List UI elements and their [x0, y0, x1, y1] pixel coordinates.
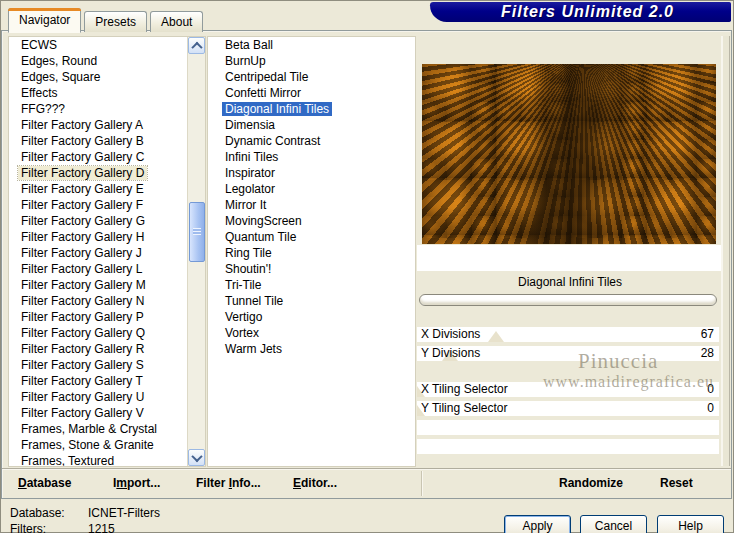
list-item[interactable]: Filter Factory Gallery F [9, 197, 205, 213]
list-item-label: Filter Factory Gallery D [18, 166, 147, 180]
status-database: Database:ICNET-Filters [10, 506, 160, 520]
list-item[interactable]: Filter Factory Gallery P [9, 309, 205, 325]
list-item[interactable]: Filter Factory Gallery Q [9, 325, 205, 341]
list-item[interactable]: Frames, Stone & Granite [9, 437, 205, 453]
list-item[interactable]: Filter Factory Gallery V [9, 405, 205, 421]
list-item[interactable]: Dimensia [208, 117, 415, 133]
list-item-label: Beta Ball [222, 38, 276, 52]
list-item[interactable]: Filter Factory Gallery A [9, 117, 205, 133]
list-item-label: Filter Factory Gallery J [18, 246, 145, 260]
list-item-label: Centripedal Tile [222, 70, 311, 84]
status-database-label: Database: [10, 506, 88, 520]
scroll-down-icon [191, 450, 202, 461]
list-item[interactable]: Beta Ball [208, 37, 415, 53]
list-item-label: Vortex [222, 326, 262, 340]
apply-button[interactable]: Apply [504, 515, 571, 533]
help-button[interactable]: Help [657, 515, 724, 533]
list-item[interactable]: Effects [9, 85, 205, 101]
cancel-button[interactable]: Cancel [580, 515, 647, 533]
list-item[interactable]: Filter Factory Gallery T [9, 373, 205, 389]
list-item-label: Edges, Round [18, 54, 100, 68]
list-item[interactable]: Tunnel Tile [208, 293, 415, 309]
scroll-down-button[interactable] [188, 449, 205, 466]
preview-zoom-track[interactable] [721, 36, 730, 466]
category-list[interactable]: ECWSEdges, RoundEdges, SquareEffectsFFG?… [8, 36, 206, 467]
list-item[interactable]: FFG??? [9, 101, 205, 117]
list-item[interactable]: Filter Factory Gallery G [9, 213, 205, 229]
list-item-label: Filter Factory Gallery F [18, 198, 146, 212]
list-item-label: Dimensia [222, 118, 278, 132]
list-item-label: Vertigo [222, 310, 265, 324]
param-slider-x-tiling-selector[interactable]: X Tiling Selector0 [417, 382, 719, 397]
command-bar-divider [421, 471, 422, 496]
randomize-button[interactable]: Randomize [559, 469, 623, 497]
list-item-label: Filter Factory Gallery U [18, 390, 147, 404]
list-item[interactable]: Shoutin'! [208, 261, 415, 277]
list-item-label: Filter Factory Gallery S [18, 358, 147, 372]
list-item[interactable]: Centripedal Tile [208, 69, 415, 85]
list-item-label: Filter Factory Gallery T [18, 374, 146, 388]
list-item[interactable]: Dynamic Contrast [208, 133, 415, 149]
list-item[interactable]: Inspirator [208, 165, 415, 181]
list-item-label: Filter Factory Gallery E [18, 182, 147, 196]
param-slider-y-tiling-selector[interactable]: Y Tiling Selector0 [417, 401, 719, 416]
tab-navigator[interactable]: Navigator [8, 8, 81, 33]
category-list-scrollbar[interactable] [187, 37, 205, 466]
list-item[interactable]: Vortex [208, 325, 415, 341]
param-slider-y-divisions[interactable]: Y Divisions28 [417, 346, 719, 361]
list-item[interactable]: Legolator [208, 181, 415, 197]
list-item[interactable]: Diagonal Infini Tiles [208, 101, 415, 117]
list-item[interactable]: Filter Factory Gallery M [9, 277, 205, 293]
list-item[interactable]: Infini Tiles [208, 149, 415, 165]
list-item[interactable]: MovingScreen [208, 213, 415, 229]
list-item-label: Frames, Marble & Crystal [18, 422, 160, 436]
list-item[interactable]: Mirror It [208, 197, 415, 213]
list-item-label: Filter Factory Gallery Q [18, 326, 148, 340]
list-item[interactable]: ECWS [9, 37, 205, 53]
filter-info-button[interactable]: Filter Info... [196, 469, 261, 497]
filter-list[interactable]: Beta BallBurnUpCentripedal TileConfetti … [207, 36, 416, 467]
list-item[interactable]: Filter Factory Gallery H [9, 229, 205, 245]
list-item[interactable]: Edges, Square [9, 69, 205, 85]
list-item[interactable]: Frames, Textured [9, 453, 205, 467]
list-item-label: Filter Factory Gallery R [18, 342, 147, 356]
list-item[interactable]: Edges, Round [9, 53, 205, 69]
slider-thumb-icon[interactable] [488, 331, 504, 342]
database-button[interactable]: Database [18, 469, 71, 497]
list-item[interactable]: Warm Jets [208, 341, 415, 357]
list-item[interactable]: Filter Factory Gallery U [9, 389, 205, 405]
list-item[interactable]: Confetti Mirror [208, 85, 415, 101]
list-item[interactable]: Filter Factory Gallery S [9, 357, 205, 373]
list-item[interactable]: Quantum Tile [208, 229, 415, 245]
param-value: 0 [707, 382, 714, 397]
list-item[interactable]: Filter Factory Gallery R [9, 341, 205, 357]
import-button[interactable]: Import... [113, 469, 160, 497]
filters-unlimited-window: { "window": { "title": "Filters Unlimite… [0, 0, 734, 533]
editor-button[interactable]: Editor... [293, 469, 337, 497]
tab-about[interactable]: About [150, 11, 203, 32]
scrollbar-thumb[interactable] [189, 202, 205, 262]
reset-button[interactable]: Reset [660, 469, 693, 497]
list-item[interactable]: Vertigo [208, 309, 415, 325]
list-item-label: Filter Factory Gallery M [18, 278, 149, 292]
list-item[interactable]: Filter Factory Gallery N [9, 293, 205, 309]
param-slider-x-divisions[interactable]: X Divisions67 [417, 327, 719, 342]
param-label: X Divisions [421, 327, 480, 342]
list-item-label: Filter Factory Gallery N [18, 294, 147, 308]
scroll-up-button[interactable] [188, 37, 205, 54]
list-item-label: Shoutin'! [222, 262, 274, 276]
tab-presets[interactable]: Presets [84, 11, 147, 32]
list-item[interactable]: Filter Factory Gallery C [9, 149, 205, 165]
list-item-label: Legolator [222, 182, 278, 196]
list-item[interactable]: Filter Factory Gallery D [9, 165, 205, 181]
list-item[interactable]: Filter Factory Gallery B [9, 133, 205, 149]
list-item[interactable]: Frames, Marble & Crystal [9, 421, 205, 437]
filter-preview-image [422, 64, 716, 244]
list-item[interactable]: Filter Factory Gallery J [9, 245, 205, 261]
list-item[interactable]: Ring Tile [208, 245, 415, 261]
list-item[interactable]: Filter Factory Gallery E [9, 181, 205, 197]
list-item[interactable]: BurnUp [208, 53, 415, 69]
list-item[interactable]: Filter Factory Gallery L [9, 261, 205, 277]
list-item-label: Filter Factory Gallery C [18, 150, 147, 164]
list-item[interactable]: Tri-Tile [208, 277, 415, 293]
